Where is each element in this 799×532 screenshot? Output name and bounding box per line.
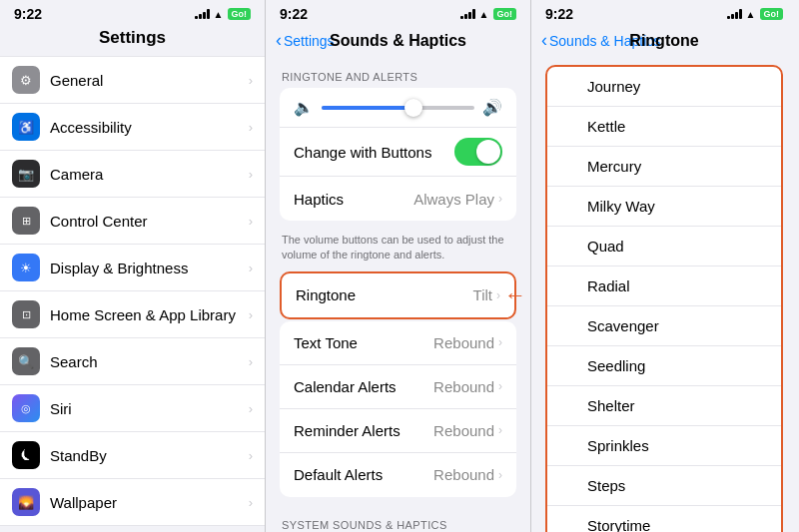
homescreen-icon: ⊡ (12, 300, 40, 328)
ringtone-row[interactable]: Ringtone Tilt › (282, 273, 514, 317)
status-icons-3: ▲ Go! (727, 8, 783, 20)
ringtone-value: Tilt (473, 286, 492, 303)
reminder-alerts-row[interactable]: Reminder Alerts Rebound › (280, 409, 516, 453)
ringtone-item[interactable]: Shelter (547, 386, 781, 426)
ringtone-item[interactable]: Mercury (547, 147, 781, 187)
settings-item-display[interactable]: ☀ Display & Brightness › (0, 245, 265, 291)
settings-item-homescreen[interactable]: ⊡ Home Screen & App Library › (0, 291, 265, 338)
settings-item-accessibility[interactable]: ♿ Accessibility › (0, 104, 265, 151)
ringtone-name: Mercury (587, 158, 767, 175)
siri-icon: ◎ (12, 394, 40, 422)
change-buttons-toggle[interactable] (454, 138, 502, 166)
sounds-back-button[interactable]: ‹ Settings (276, 30, 335, 51)
general-chevron: › (249, 73, 253, 88)
text-tone-value: Rebound (433, 334, 494, 351)
settings-group-1: ⚙ General › ♿ Accessibility › 📷 Camera ›… (0, 56, 265, 526)
ringtone-item[interactable]: Journey (547, 67, 781, 107)
ringtone-item[interactable]: Storytime (547, 506, 781, 532)
time-1: 9:22 (14, 6, 42, 22)
ringtone-item[interactable]: Quad (547, 227, 781, 266)
ringtone-item[interactable]: Steps (547, 466, 781, 506)
accessibility-label: Accessibility (50, 119, 249, 136)
ringtone-name: Milky Way (587, 198, 767, 215)
default-alerts-row[interactable]: Default Alerts Rebound › (280, 453, 516, 497)
volume-high-icon: 🔊 (482, 98, 502, 117)
settings-list: ⚙ General › ♿ Accessibility › 📷 Camera ›… (0, 56, 265, 532)
ringtone-name: Journey (587, 78, 767, 95)
ringtone-chevron: › (496, 288, 500, 302)
calendar-alerts-label: Calendar Alerts (294, 378, 433, 395)
ringtone-name: Scavenger (587, 317, 767, 334)
siri-chevron: › (249, 401, 253, 416)
ringtone-name: Steps (587, 477, 767, 494)
homescreen-label: Home Screen & App Library (50, 306, 249, 323)
ringtone-page-title: Ringtone (629, 32, 698, 50)
settings-item-general[interactable]: ⚙ General › (0, 56, 265, 104)
ringtone-scroll: JourneyKettleMercuryMilky WayQuadRadialS… (531, 57, 797, 532)
control-center-icon: ⊞ (12, 207, 40, 235)
ringtone-item[interactable]: Milky Way (547, 187, 781, 227)
volume-row: 🔈 🔊 (280, 88, 516, 128)
settings-item-camera[interactable]: 📷 Camera › (0, 151, 265, 198)
wallpaper-chevron: › (249, 495, 253, 510)
status-bar-1: 9:22 ▲ Go! (0, 0, 265, 26)
status-icons-1: ▲ Go! (195, 8, 251, 20)
settings-item-siri[interactable]: ◎ Siri › (0, 385, 265, 432)
haptics-row[interactable]: Haptics Always Play › (280, 177, 516, 221)
ringtone-label: Ringtone (296, 286, 473, 303)
standby-label: StandBy (50, 447, 249, 464)
ringtone-name: Shelter (587, 397, 767, 414)
ringtone-row-container: Ringtone Tilt › ← (266, 271, 530, 319)
display-chevron: › (249, 261, 253, 275)
status-bar-3: 9:22 ▲ Go! (531, 0, 797, 26)
ringtone-name: Storytime (587, 517, 767, 532)
settings-item-search[interactable]: 🔍 Search › (0, 338, 265, 385)
ringtone-name: Radial (587, 277, 767, 294)
ringtone-item[interactable]: Radial (547, 266, 781, 306)
wifi-icon-2: ▲ (479, 9, 489, 20)
change-buttons-row: Change with Buttons (280, 128, 516, 177)
ringtone-item[interactable]: Kettle (547, 107, 781, 147)
battery-icon-2: Go! (493, 8, 517, 20)
control-center-label: Control Center (50, 213, 249, 230)
ringtone-item[interactable]: Scavenger (547, 306, 781, 346)
calendar-alerts-row[interactable]: Calendar Alerts Rebound › (280, 365, 516, 409)
settings-item-wallpaper[interactable]: 🌄 Wallpaper › (0, 479, 265, 526)
wallpaper-icon: 🌄 (12, 488, 40, 516)
ringtone-name: Quad (587, 238, 767, 255)
accessibility-chevron: › (249, 120, 253, 135)
ringtone-name: Seedling (587, 357, 767, 374)
sounds-scroll: RINGTONE AND ALERTS 🔈 🔊 Change with Butt… (266, 57, 530, 532)
wallpaper-label: Wallpaper (50, 494, 249, 511)
accessibility-icon: ♿ (12, 113, 40, 141)
ringtone-back-chevron-icon: ‹ (541, 30, 547, 51)
settings-item-control-center[interactable]: ⊞ Control Center › (0, 198, 265, 245)
ringtone-name: Sprinkles (587, 437, 767, 454)
calendar-alerts-value: Rebound (433, 378, 494, 395)
text-tone-row[interactable]: Text Tone Rebound › (280, 321, 516, 365)
battery-icon: Go! (228, 8, 252, 20)
signal-icon-2 (460, 9, 475, 19)
sounds-nav-bar: ‹ Settings Sounds & Haptics (266, 26, 530, 57)
section-system-header: SYSTEM SOUNDS & HAPTICS (266, 505, 530, 532)
section-ringtone-header: RINGTONE AND ALERTS (266, 57, 530, 88)
time-2: 9:22 (280, 6, 308, 22)
reminder-alerts-label: Reminder Alerts (294, 422, 433, 439)
arrow-indicator: ← (504, 282, 526, 308)
volume-slider[interactable] (322, 106, 474, 110)
ringtone-alerts-card: 🔈 🔊 Change with Buttons Haptics Always P… (280, 88, 516, 221)
text-tone-chevron: › (498, 335, 502, 349)
haptics-value: Always Play (413, 191, 494, 208)
siri-label: Siri (50, 400, 249, 417)
display-icon: ☀ (12, 254, 40, 281)
sounds-haptics-panel: 9:22 ▲ Go! ‹ Settings Sounds & Haptics R… (266, 0, 531, 532)
default-alerts-chevron: › (498, 468, 502, 482)
search-settings-icon: 🔍 (12, 347, 40, 375)
ringtone-item[interactable]: Seedling (547, 346, 781, 386)
ringtone-name: Kettle (587, 118, 767, 135)
time-3: 9:22 (545, 6, 573, 22)
sounds-back-label: Settings (284, 33, 335, 49)
ringtone-item[interactable]: Sprinkles (547, 426, 781, 466)
settings-item-standby[interactable]: ⏾ StandBy › (0, 432, 265, 479)
reminder-alerts-chevron: › (498, 423, 502, 437)
